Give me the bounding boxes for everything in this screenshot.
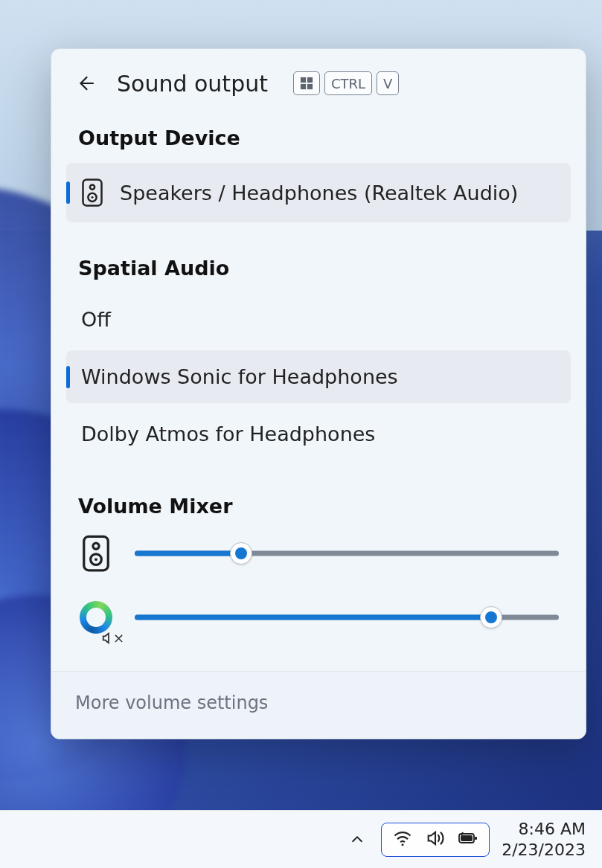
svg-point-11 bbox=[95, 558, 97, 561]
svg-point-7 bbox=[92, 196, 94, 199]
svg-point-9 bbox=[93, 543, 99, 549]
output-device-item[interactable]: Speakers / Headphones (Realtek Audio) bbox=[66, 163, 571, 222]
svg-rect-1 bbox=[307, 77, 313, 83]
svg-point-5 bbox=[90, 184, 95, 189]
edge-volume-slider[interactable] bbox=[135, 608, 559, 626]
svg-rect-2 bbox=[301, 84, 306, 89]
more-settings-label: More volume settings bbox=[75, 692, 268, 713]
wifi-icon bbox=[392, 828, 413, 852]
spatial-audio-option-off[interactable]: Off bbox=[66, 293, 571, 346]
svg-rect-14 bbox=[461, 835, 473, 841]
muted-icon: × bbox=[101, 630, 124, 646]
spatial-audio-option-sonic[interactable]: Windows Sonic for Headphones bbox=[66, 350, 571, 403]
svg-point-12 bbox=[402, 843, 404, 846]
volume-row-edge: × bbox=[51, 594, 586, 641]
tray-overflow-button[interactable] bbox=[341, 823, 374, 856]
spatial-audio-option-dolby[interactable]: Dolby Atmos for Headphones bbox=[66, 408, 571, 460]
system-volume-slider[interactable] bbox=[135, 544, 559, 562]
taskbar: 8:46 AM 2/23/2023 bbox=[0, 810, 602, 868]
clock-time: 8:46 AM bbox=[502, 819, 586, 840]
volume-icon bbox=[425, 828, 446, 852]
system-tray[interactable] bbox=[381, 823, 490, 857]
taskbar-clock[interactable]: 8:46 AM 2/23/2023 bbox=[497, 817, 590, 861]
edge-app-icon[interactable]: × bbox=[78, 601, 114, 634]
spatial-option-label: Windows Sonic for Headphones bbox=[81, 365, 398, 388]
svg-rect-15 bbox=[475, 837, 477, 840]
volume-mixer-heading: Volume Mixer bbox=[51, 465, 586, 527]
v-key: V bbox=[377, 71, 399, 95]
clock-date: 2/23/2023 bbox=[502, 840, 586, 861]
spatial-option-label: Dolby Atmos for Headphones bbox=[81, 422, 375, 446]
speaker-icon bbox=[81, 178, 103, 208]
sound-output-flyout: Sound output CTRL V Output Device Speake… bbox=[51, 48, 586, 739]
output-device-label: Speakers / Headphones (Realtek Audio) bbox=[120, 181, 518, 205]
flyout-header: Sound output CTRL V bbox=[51, 49, 586, 97]
keyboard-shortcut: CTRL V bbox=[293, 71, 399, 95]
volume-mixer-block: × bbox=[51, 527, 586, 671]
back-button[interactable] bbox=[72, 70, 99, 97]
flyout-title: Sound output bbox=[117, 71, 268, 97]
more-volume-settings-link[interactable]: More volume settings bbox=[51, 671, 586, 739]
svg-rect-3 bbox=[307, 84, 313, 89]
ctrl-key: CTRL bbox=[324, 71, 372, 95]
output-device-heading: Output Device bbox=[51, 97, 586, 158]
svg-rect-0 bbox=[301, 77, 306, 83]
system-speaker-icon[interactable] bbox=[78, 534, 114, 573]
spatial-option-label: Off bbox=[81, 308, 111, 331]
volume-row-system bbox=[51, 527, 586, 580]
battery-icon bbox=[458, 828, 478, 852]
win-key-icon bbox=[293, 71, 320, 95]
spatial-audio-heading: Spatial Audio bbox=[51, 227, 586, 289]
